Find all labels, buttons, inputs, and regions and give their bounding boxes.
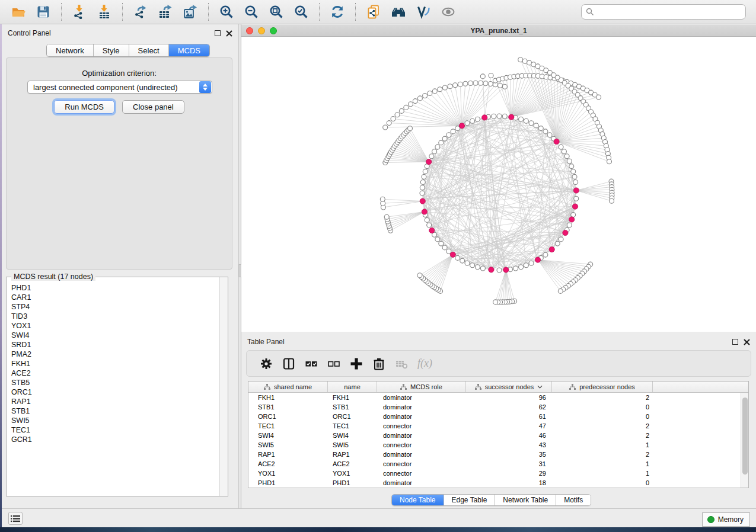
network-view[interactable] bbox=[241, 37, 756, 331]
graphics-details-eye-icon[interactable] bbox=[441, 4, 456, 20]
table-panel: Table Panel bbox=[241, 333, 756, 508]
list-item[interactable]: CAR1 bbox=[11, 293, 219, 302]
float-panel-icon[interactable] bbox=[732, 339, 738, 345]
list-item[interactable]: FKH1 bbox=[11, 359, 219, 368]
control-panel: Control Panel Network Style Select MCDS … bbox=[2, 24, 238, 508]
window-minimize-icon[interactable] bbox=[258, 27, 265, 34]
column-header-name[interactable]: name bbox=[328, 382, 377, 392]
run-mcds-button[interactable]: Run MCDS bbox=[54, 100, 114, 114]
table-row[interactable]: SWI4SWI4dominator462 bbox=[248, 431, 741, 440]
toolbar-separator bbox=[61, 3, 62, 21]
table-panel-titlebar: Table Panel bbox=[241, 333, 756, 351]
toolbar-search bbox=[581, 4, 746, 20]
chevron-up-icon bbox=[203, 84, 208, 86]
tab-mcds[interactable]: MCDS bbox=[169, 44, 209, 56]
list-item[interactable]: GCR1 bbox=[11, 435, 219, 444]
task-history-button[interactable] bbox=[8, 512, 23, 525]
export-network-icon[interactable] bbox=[133, 4, 148, 20]
toolbar-separator bbox=[355, 3, 356, 21]
list-item[interactable]: PMA2 bbox=[11, 350, 219, 359]
node-table: shared name name MCDS role successor nod… bbox=[248, 381, 749, 488]
list-item[interactable]: SRD1 bbox=[11, 340, 219, 350]
list-item[interactable]: YOX1 bbox=[11, 321, 219, 331]
tab-node-table[interactable]: Node Table bbox=[392, 495, 444, 505]
application-window: Control Panel Network Style Select MCDS … bbox=[0, 0, 756, 532]
table-row[interactable]: ACE2ACE2connector311 bbox=[248, 459, 741, 469]
tab-motifs[interactable]: Motifs bbox=[556, 495, 591, 505]
tab-style[interactable]: Style bbox=[94, 44, 129, 56]
search-icon bbox=[586, 8, 594, 16]
scrollbar-thumb[interactable] bbox=[742, 398, 748, 475]
control-panel-title: Control Panel bbox=[8, 29, 51, 37]
list-item[interactable]: ACE2 bbox=[11, 368, 219, 378]
table-row[interactable]: ORC1ORC1dominator610 bbox=[248, 412, 741, 421]
column-header-successor-nodes[interactable]: successor nodes bbox=[466, 382, 552, 392]
list-item[interactable]: TID3 bbox=[11, 312, 219, 321]
list-item[interactable]: RAP1 bbox=[11, 397, 219, 406]
deselect-all-rows-icon[interactable] bbox=[326, 356, 342, 371]
import-network-icon[interactable] bbox=[72, 4, 87, 20]
zoom-fit-icon[interactable] bbox=[269, 4, 284, 20]
open-session-icon[interactable] bbox=[11, 4, 26, 20]
export-table-icon[interactable] bbox=[158, 4, 173, 20]
select-all-rows-icon[interactable] bbox=[304, 356, 319, 371]
mcds-result-title: MCDS result (17 nodes) bbox=[11, 273, 95, 281]
memory-status-icon bbox=[707, 516, 714, 523]
attribute-type-icon bbox=[400, 384, 407, 390]
delete-column-trash-icon[interactable] bbox=[371, 356, 387, 371]
apply-layout-icon[interactable] bbox=[330, 4, 345, 20]
table-row[interactable]: PHD1PHD1dominator180 bbox=[248, 478, 741, 488]
window-maximize-icon[interactable] bbox=[270, 27, 277, 34]
column-header-mcds-role[interactable]: MCDS role bbox=[377, 382, 466, 392]
export-image-icon[interactable] bbox=[183, 4, 198, 20]
column-header-predecessor-nodes[interactable]: predecessor nodes bbox=[552, 382, 653, 392]
table-scrollbar[interactable] bbox=[741, 393, 748, 488]
optimization-criterion-select[interactable]: largest connected component (undirected) bbox=[27, 81, 212, 94]
column-header-shared-name[interactable]: shared name bbox=[248, 382, 328, 392]
network-window-titlebar[interactable]: YPA_prune.txt_1 bbox=[241, 25, 756, 37]
share-document-icon[interactable] bbox=[366, 4, 381, 20]
zoom-selected-icon[interactable] bbox=[294, 4, 309, 20]
table-panel-tabs: Node Table Edge Table Network Table Moti… bbox=[391, 494, 591, 506]
table-row[interactable]: SWI5SWI5connector431 bbox=[248, 440, 741, 450]
window-close-icon[interactable] bbox=[246, 27, 253, 34]
table-row[interactable]: YOX1YOX1connector291 bbox=[248, 469, 741, 478]
tab-network-table[interactable]: Network Table bbox=[495, 495, 556, 505]
tab-edge-table[interactable]: Edge Table bbox=[444, 495, 496, 505]
tab-network[interactable]: Network bbox=[47, 44, 94, 56]
table-row[interactable]: TEC1TEC1connector472 bbox=[248, 421, 741, 431]
close-panel-button[interactable]: Close panel bbox=[122, 100, 184, 114]
create-column-plus-icon[interactable] bbox=[349, 356, 364, 371]
network-search-binoculars-icon[interactable] bbox=[391, 4, 406, 20]
import-table-icon[interactable] bbox=[97, 4, 112, 20]
table-row[interactable]: FKH1FKH1dominator962 bbox=[248, 393, 741, 402]
search-input[interactable] bbox=[581, 4, 746, 20]
table-row[interactable]: RAP1RAP1dominator352 bbox=[248, 450, 741, 459]
list-item[interactable]: SWI5 bbox=[11, 416, 219, 425]
float-panel-icon[interactable] bbox=[215, 30, 221, 36]
sort-chevron-icon bbox=[537, 385, 543, 389]
list-item[interactable]: SWI4 bbox=[11, 331, 219, 340]
control-panel-tabs: Network Style Select MCDS bbox=[46, 44, 210, 57]
delete-table-icon-disabled bbox=[394, 356, 409, 371]
mcds-list-scrollbar[interactable] bbox=[219, 277, 228, 496]
save-session-icon[interactable] bbox=[36, 4, 51, 20]
close-panel-icon[interactable] bbox=[226, 30, 232, 37]
list-item[interactable]: STP4 bbox=[11, 302, 219, 312]
list-item[interactable]: STB1 bbox=[11, 406, 219, 416]
list-item[interactable]: TEC1 bbox=[11, 425, 219, 435]
tab-select[interactable]: Select bbox=[129, 44, 169, 56]
list-item[interactable]: PHD1 bbox=[11, 283, 219, 293]
zoom-out-icon[interactable] bbox=[244, 4, 259, 20]
control-panel-titlebar: Control Panel bbox=[2, 24, 238, 42]
show-column-icon[interactable] bbox=[281, 356, 296, 371]
list-item[interactable]: STB5 bbox=[11, 378, 219, 387]
memory-button[interactable]: Memory bbox=[702, 512, 750, 527]
select-stepper bbox=[199, 81, 211, 93]
table-row[interactable]: STB1STB1dominator620 bbox=[248, 402, 741, 412]
table-settings-gear-icon[interactable] bbox=[259, 356, 274, 371]
vizmapper-icon[interactable] bbox=[416, 4, 431, 20]
close-panel-icon[interactable] bbox=[744, 339, 750, 345]
list-item[interactable]: ORC1 bbox=[11, 387, 219, 397]
zoom-in-icon[interactable] bbox=[219, 4, 234, 20]
